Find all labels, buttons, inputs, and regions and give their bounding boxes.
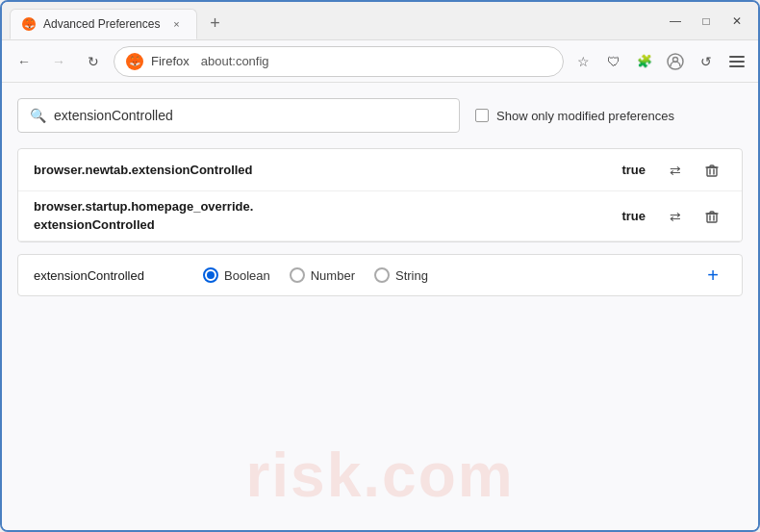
swap-button-2[interactable]: ⇄: [661, 202, 690, 231]
refresh-button[interactable]: ↻: [79, 47, 108, 76]
url-display: about:config: [201, 54, 269, 68]
modified-only-checkbox[interactable]: [475, 109, 489, 122]
pref-value-1: true: [621, 163, 646, 177]
table-row: browser.startup.homepage_override. exten…: [18, 191, 742, 241]
active-tab[interactable]: 🦊 Advanced Preferences ×: [10, 9, 197, 39]
content-area: risk.com 🔍 Show only modified preference…: [2, 83, 758, 530]
search-input[interactable]: [54, 108, 447, 123]
add-preference-row: extensionControlled Boolean Number Strin…: [17, 254, 743, 296]
bookmark-icon[interactable]: ☆: [570, 48, 596, 75]
search-box[interactable]: 🔍: [17, 98, 460, 133]
search-icon: 🔍: [30, 108, 46, 123]
menu-button[interactable]: [723, 48, 750, 75]
profile-icon[interactable]: [662, 48, 689, 75]
nav-bar: ← → ↻ 🦊 Firefox about:config ☆ 🛡 🧩 ↺: [2, 40, 758, 83]
new-pref-name: extensionControlled: [34, 268, 188, 283]
window-controls: — □ ✕: [662, 8, 750, 35]
checkbox-label: Show only modified preferences: [496, 109, 674, 123]
number-radio-label: Number: [311, 268, 355, 283]
svg-rect-3: [707, 214, 717, 222]
row-2-actions: ⇄: [661, 202, 726, 231]
pref-value-2: true: [621, 209, 646, 223]
tab-close-button[interactable]: ×: [167, 15, 185, 33]
svg-point-1: [673, 57, 678, 62]
minimize-button[interactable]: —: [662, 8, 689, 35]
delete-button-1[interactable]: [697, 156, 726, 185]
shield-icon[interactable]: 🛡: [600, 48, 627, 75]
add-plus-button[interactable]: +: [699, 262, 726, 289]
swap-button-1[interactable]: ⇄: [661, 156, 690, 185]
hamburger-icon: [723, 50, 750, 73]
maximize-button[interactable]: □: [693, 8, 720, 35]
string-radio-label: String: [395, 268, 428, 283]
browser-window: 🦊 Advanced Preferences × + — □ ✕ ← → ↻ 🦊…: [0, 0, 760, 532]
type-radio-group: Boolean Number String: [203, 267, 684, 283]
row-1-actions: ⇄: [661, 156, 726, 185]
browser-label: Firefox: [151, 54, 190, 68]
results-table: browser.newtab.extensionControlled true …: [17, 148, 743, 242]
tab-title: Advanced Preferences: [43, 17, 160, 31]
watermark: risk.com: [245, 440, 514, 511]
number-radio-item[interactable]: Number: [290, 267, 355, 283]
tab-area: 🦊 Advanced Preferences × +: [10, 2, 654, 39]
sync-icon[interactable]: ↺: [693, 48, 720, 75]
checkbox-row: Show only modified preferences: [475, 109, 674, 123]
new-tab-button[interactable]: +: [201, 11, 228, 38]
string-radio-button[interactable]: [374, 267, 390, 283]
delete-button-2[interactable]: [697, 202, 726, 231]
boolean-radio-label: Boolean: [224, 268, 270, 283]
nav-icon-group: ☆ 🛡 🧩 ↺: [570, 48, 750, 75]
close-button[interactable]: ✕: [723, 8, 750, 35]
boolean-radio-item[interactable]: Boolean: [203, 267, 270, 283]
svg-rect-2: [707, 167, 717, 176]
forward-button[interactable]: →: [44, 47, 73, 76]
tab-favicon: 🦊: [22, 17, 36, 31]
number-radio-button[interactable]: [290, 267, 305, 283]
pref-name-2: browser.startup.homepage_override. exten…: [34, 198, 614, 233]
firefox-icon: 🦊: [126, 53, 143, 70]
search-row: 🔍 Show only modified preferences: [17, 98, 743, 133]
back-button[interactable]: ←: [10, 47, 38, 76]
address-bar[interactable]: 🦊 Firefox about:config: [114, 46, 564, 77]
table-row: browser.newtab.extensionControlled true …: [18, 149, 742, 191]
extension-icon[interactable]: 🧩: [631, 48, 658, 75]
boolean-radio-button[interactable]: [203, 267, 218, 283]
boolean-radio-fill: [207, 271, 215, 279]
string-radio-item[interactable]: String: [374, 267, 428, 283]
title-bar: 🦊 Advanced Preferences × + — □ ✕: [2, 2, 758, 40]
pref-name-1: browser.newtab.extensionControlled: [34, 163, 614, 177]
